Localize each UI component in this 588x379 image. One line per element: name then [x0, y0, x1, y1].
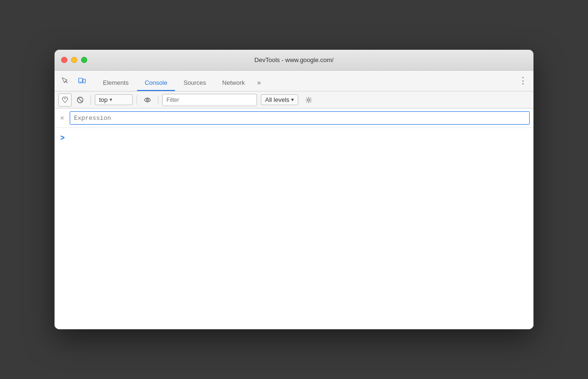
- tab-bar: Elements Console Sources Network » ⋮: [55, 71, 533, 91]
- expression-input[interactable]: [70, 111, 530, 125]
- close-button[interactable]: [61, 57, 67, 63]
- title-bar: DevTools - www.google.com/: [55, 50, 533, 71]
- svg-marker-3: [62, 97, 68, 103]
- cursor-icon: [61, 77, 69, 84]
- minimize-button[interactable]: [71, 57, 77, 63]
- filter-input[interactable]: [162, 94, 257, 106]
- prompt-chevron: >: [60, 134, 64, 142]
- inspect-element-button[interactable]: [58, 74, 72, 87]
- svg-point-7: [145, 98, 150, 102]
- gear-icon: [305, 96, 312, 104]
- block-button[interactable]: [74, 93, 87, 107]
- console-prompt-row[interactable]: >: [55, 132, 533, 144]
- tab-bar-tools: [58, 74, 89, 91]
- svg-line-6: [78, 98, 83, 102]
- window-title: DevTools - www.google.com/: [255, 56, 334, 63]
- clear-icon: [61, 96, 69, 104]
- maximize-button[interactable]: [81, 57, 87, 63]
- svg-rect-1: [83, 79, 85, 83]
- device-toolbar-button[interactable]: [75, 74, 89, 87]
- tab-console[interactable]: Console: [137, 76, 175, 91]
- expression-close-button[interactable]: ×: [58, 114, 66, 122]
- eye-button[interactable]: [141, 93, 154, 107]
- tab-sources[interactable]: Sources: [176, 76, 214, 91]
- context-selector[interactable]: top ▾: [95, 94, 133, 105]
- separator-3: [158, 95, 158, 105]
- tab-network[interactable]: Network: [215, 76, 253, 91]
- tab-elements[interactable]: Elements: [95, 76, 136, 91]
- settings-button[interactable]: [302, 93, 315, 107]
- tab-more[interactable]: »: [253, 76, 265, 91]
- devtools-window: DevTools - www.google.com/ Elements: [55, 50, 533, 329]
- separator-2: [137, 95, 137, 105]
- console-area[interactable]: >: [55, 128, 533, 329]
- console-content: × >: [55, 108, 533, 329]
- svg-point-8: [147, 99, 148, 101]
- devtools-menu-button[interactable]: ⋮: [516, 74, 530, 87]
- block-icon: [76, 96, 84, 104]
- console-toolbar: top ▾ All levels ▾: [55, 91, 533, 108]
- log-level-selector[interactable]: All levels ▾: [261, 94, 298, 105]
- traffic-lights: [61, 57, 87, 63]
- expression-row: ×: [55, 108, 533, 128]
- svg-point-9: [308, 99, 310, 101]
- tab-bar-right: ⋮: [516, 74, 530, 91]
- separator-1: [91, 95, 91, 105]
- eye-icon: [144, 96, 151, 104]
- clear-console-button[interactable]: [58, 93, 72, 107]
- device-icon: [78, 77, 86, 84]
